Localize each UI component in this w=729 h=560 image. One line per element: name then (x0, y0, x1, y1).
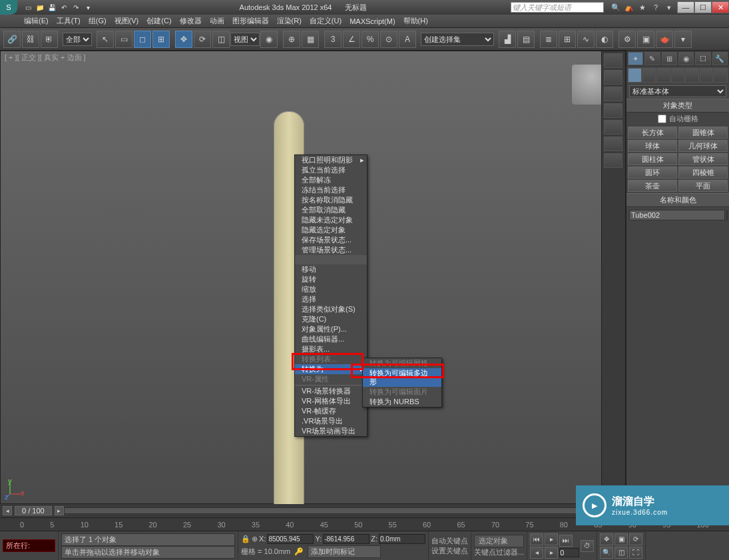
object-color-swatch[interactable] (726, 210, 728, 220)
angle-snap-icon[interactable]: ∠ (343, 31, 360, 48)
minimize-button[interactable]: — (677, 1, 694, 13)
nav-orbit-icon[interactable]: ⟳ (629, 533, 642, 545)
coord-y-input[interactable] (323, 534, 369, 544)
prim-长方体[interactable]: 长方体 (628, 127, 677, 139)
window-crossing-icon[interactable]: ⊞ (152, 31, 170, 48)
tab-utilities-icon[interactable]: 🔧 (712, 52, 728, 65)
rotate-icon[interactable]: ⟳ (194, 31, 211, 48)
shading-mode1-icon[interactable] (604, 103, 622, 118)
prev-frame-icon[interactable]: ◂ (530, 547, 543, 559)
prim-圆环[interactable]: 圆环 (628, 166, 677, 178)
snap-icon[interactable]: 3 (324, 31, 342, 48)
shading-sky-icon[interactable] (604, 70, 622, 85)
coord-mode-icon[interactable]: ⊕ (252, 535, 258, 543)
search-icon[interactable]: 🔍 (610, 2, 621, 13)
tab-display-icon[interactable]: ☐ (695, 52, 710, 65)
tab-hierarchy-icon[interactable]: ⊞ (662, 52, 677, 65)
menu-编辑(E)[interactable]: 编辑(E) (20, 15, 53, 27)
prim-四棱锥[interactable]: 四棱锥 (678, 166, 728, 178)
nav-fov-icon[interactable]: ◫ (614, 547, 628, 559)
nav-maximize-icon[interactable]: ⛶ (629, 547, 642, 559)
help-icon[interactable]: ? (650, 2, 661, 13)
menu-帮助(H)[interactable]: 帮助(H) (399, 15, 432, 27)
ctx-VR场景动画导出[interactable]: VR场景动画导出 (295, 426, 367, 436)
viewport-label[interactable]: [ + ][ 正交 ][ 真实 + 边面 ] (5, 53, 86, 63)
qat-redo-icon[interactable]: ↷ (71, 2, 81, 13)
menu-渲染(R)[interactable]: 渲染(R) (273, 15, 306, 27)
shading-sun-icon[interactable] (604, 53, 622, 68)
ref-coord-dropdown[interactable]: 视图 (230, 33, 260, 46)
rollout-name-color[interactable]: 名称和颜色 (626, 193, 729, 207)
prim-平面[interactable]: 平面 (678, 180, 728, 192)
ctx-隐藏未选定对象[interactable]: 隐藏未选定对象 (295, 215, 367, 225)
menu-自定义(U)[interactable]: 自定义(U) (306, 15, 346, 27)
prim-球体[interactable]: 球体 (628, 140, 677, 152)
next-frame-icon[interactable]: ▸ (545, 547, 558, 559)
isokey-icon[interactable]: 🔑 (294, 547, 304, 556)
ctx-VR-帧缓存[interactable]: VR-帧缓存 (295, 406, 367, 416)
qat-save-icon[interactable]: 💾 (47, 2, 57, 13)
ctx-全部解冻[interactable]: 全部解冻 (295, 175, 367, 185)
rollout-object-type[interactable]: 对象类型 (626, 99, 729, 113)
maximize-button[interactable]: ☐ (694, 1, 712, 13)
ctx-曲线编辑器...[interactable]: 曲线编辑器... (295, 334, 367, 344)
render-setup-icon[interactable]: ⚙ (618, 31, 636, 48)
ctx-sub-editable-patch[interactable]: 转换为可编辑面片 (363, 387, 441, 397)
ctx-视口照明和阴影[interactable]: 视口照明和阴影 (295, 155, 367, 165)
render-frame-icon[interactable]: ▣ (637, 31, 654, 48)
select-rect-icon[interactable]: ◻ (134, 31, 151, 48)
curve-editor-icon[interactable]: ∿ (577, 31, 595, 48)
ctx-隐藏选定对象[interactable]: 隐藏选定对象 (295, 225, 367, 235)
shading-mode3-icon[interactable] (604, 137, 622, 151)
manip-icon[interactable]: ⊕ (283, 31, 300, 48)
ctx-VR-场景转换器[interactable]: VR-场景转换器 (295, 386, 367, 396)
prim-管状体[interactable]: 管状体 (678, 153, 728, 165)
subtab-cameras-icon[interactable] (671, 68, 685, 83)
scale-icon[interactable]: ◫ (212, 31, 230, 48)
keymode-icon[interactable]: ▦ (302, 31, 319, 48)
ctx-孤立当前选择[interactable]: 孤立当前选择 (295, 165, 367, 175)
goto-end-icon[interactable]: ⏭ (559, 535, 573, 547)
spinner-snap-icon[interactable]: ⊙ (380, 31, 397, 48)
tab-motion-icon[interactable]: ◉ (678, 52, 694, 65)
comm-icon[interactable]: ⛺ (624, 2, 634, 13)
subtab-shapes-icon[interactable] (642, 68, 656, 83)
qat-undo-icon[interactable]: ↶ (59, 2, 69, 13)
subtab-spacewarps-icon[interactable] (700, 68, 714, 83)
ctx-选择类似对象(S)[interactable]: 选择类似对象(S) (295, 304, 367, 314)
play-icon[interactable]: ▸ (545, 533, 558, 545)
shading-exposure-icon[interactable] (604, 87, 622, 101)
material-icon[interactable]: ◐ (596, 31, 613, 48)
add-time-tag[interactable]: 添加时间标记 (308, 545, 381, 558)
pivot-icon[interactable]: ◉ (260, 31, 278, 48)
ctx-移动[interactable]: 移动 (295, 264, 367, 274)
schematic-icon[interactable]: ⊞ (559, 31, 576, 48)
select-name-icon[interactable]: ▭ (115, 31, 132, 48)
render-dropdown-icon[interactable]: ▾ (674, 31, 692, 48)
coord-z-input[interactable] (379, 534, 425, 544)
menu-动画[interactable]: 动画 (206, 15, 228, 27)
autokey-button[interactable]: 自动关键点 (431, 536, 468, 546)
link-icon[interactable]: 🔗 (3, 31, 21, 48)
prim-茶壶[interactable]: 茶壶 (628, 180, 677, 192)
object-name-input[interactable] (629, 210, 725, 220)
time-prev-button[interactable]: ◂ (3, 506, 12, 515)
time-next-button[interactable]: ▸ (55, 506, 64, 515)
tab-modify-icon[interactable]: ✎ (644, 52, 660, 65)
lock-icon[interactable]: 🔒 (241, 535, 250, 543)
menu-工具(T)[interactable]: 工具(T) (53, 15, 85, 27)
tab-create-icon[interactable]: ✦ (628, 52, 643, 65)
nav-zoom-icon[interactable]: 🔍 (600, 547, 613, 559)
ctx-按名称取消隐藏[interactable]: 按名称取消隐藏 (295, 195, 367, 205)
subtab-systems-icon[interactable] (714, 68, 728, 83)
shading-mode2-icon[interactable] (604, 120, 622, 135)
render-icon[interactable]: 🫖 (656, 31, 673, 48)
key-target-dropdown[interactable]: 选定对象 (474, 535, 524, 547)
ctx-sub-nurbs[interactable]: 转换为 NURBS (363, 397, 441, 407)
ctx-克隆(C)[interactable]: 克隆(C) (295, 314, 367, 324)
subtab-geometry-icon[interactable] (628, 68, 642, 83)
time-frame-display[interactable]: 0 / 100 (15, 506, 52, 515)
ctx-.VR场景导出[interactable]: .VR场景导出 (295, 416, 367, 426)
ctx-管理场景状态...[interactable]: 管理场景状态... (295, 245, 367, 255)
subtab-helpers-icon[interactable] (685, 68, 699, 83)
